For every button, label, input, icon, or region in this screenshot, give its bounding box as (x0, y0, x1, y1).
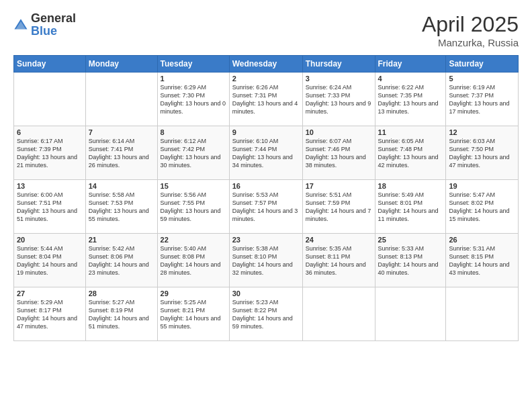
calendar-cell: 28Sunrise: 5:27 AM Sunset: 8:19 PM Dayli… (85, 287, 157, 341)
logo: General Blue (13, 12, 76, 38)
day-info: Sunrise: 6:14 AM Sunset: 7:41 PM Dayligh… (89, 137, 154, 170)
calendar-cell: 5Sunrise: 6:19 AM Sunset: 7:37 PM Daylig… (446, 73, 519, 126)
day-info: Sunrise: 5:29 AM Sunset: 8:17 PM Dayligh… (17, 298, 83, 331)
calendar-week-row: 20Sunrise: 5:44 AM Sunset: 8:04 PM Dayli… (14, 234, 519, 287)
header: General Blue April 2025 Manzurka, Russia (13, 12, 519, 48)
day-info: Sunrise: 6:29 AM Sunset: 7:30 PM Dayligh… (161, 83, 226, 116)
calendar-cell: 10Sunrise: 6:07 AM Sunset: 7:46 PM Dayli… (302, 126, 375, 180)
calendar-cell: 22Sunrise: 5:40 AM Sunset: 8:08 PM Dayli… (157, 234, 229, 287)
day-info: Sunrise: 5:58 AM Sunset: 7:53 PM Dayligh… (89, 191, 154, 224)
col-header-saturday: Saturday (446, 56, 519, 73)
day-number: 4 (378, 75, 443, 83)
calendar-cell (375, 287, 446, 341)
calendar-cell: 15Sunrise: 5:56 AM Sunset: 7:55 PM Dayli… (157, 180, 229, 234)
day-number: 21 (89, 236, 154, 244)
calendar-cell: 8Sunrise: 6:12 AM Sunset: 7:42 PM Daylig… (157, 126, 229, 180)
day-info: Sunrise: 6:19 AM Sunset: 7:37 PM Dayligh… (449, 83, 515, 116)
day-number: 10 (306, 128, 372, 136)
calendar-cell: 11Sunrise: 6:05 AM Sunset: 7:48 PM Dayli… (375, 126, 446, 180)
day-info: Sunrise: 5:42 AM Sunset: 8:06 PM Dayligh… (89, 244, 154, 277)
day-number: 19 (449, 182, 515, 190)
day-info: Sunrise: 6:10 AM Sunset: 7:44 PM Dayligh… (232, 137, 300, 170)
day-number: 13 (17, 182, 83, 190)
day-number: 15 (161, 182, 226, 190)
logo-icon (13, 17, 28, 32)
day-number: 26 (449, 236, 515, 244)
day-info: Sunrise: 5:56 AM Sunset: 7:55 PM Dayligh… (161, 191, 226, 224)
calendar-cell: 26Sunrise: 5:31 AM Sunset: 8:15 PM Dayli… (446, 234, 519, 287)
col-header-thursday: Thursday (302, 56, 375, 73)
calendar-cell (14, 73, 86, 126)
calendar-cell (85, 73, 157, 126)
calendar-cell: 3Sunrise: 6:24 AM Sunset: 7:33 PM Daylig… (302, 73, 375, 126)
day-number: 8 (161, 128, 226, 136)
calendar-cell: 1Sunrise: 6:29 AM Sunset: 7:30 PM Daylig… (157, 73, 229, 126)
day-info: Sunrise: 6:03 AM Sunset: 7:50 PM Dayligh… (449, 137, 515, 170)
day-number: 7 (89, 128, 154, 136)
calendar-cell: 13Sunrise: 6:00 AM Sunset: 7:51 PM Dayli… (14, 180, 86, 234)
col-header-monday: Monday (85, 56, 157, 73)
calendar-cell: 19Sunrise: 5:47 AM Sunset: 8:02 PM Dayli… (446, 180, 519, 234)
day-number: 17 (306, 182, 372, 190)
calendar-header-row: SundayMondayTuesdayWednesdayThursdayFrid… (14, 56, 519, 73)
calendar-cell (446, 287, 519, 341)
day-info: Sunrise: 5:53 AM Sunset: 7:57 PM Dayligh… (232, 191, 300, 224)
day-info: Sunrise: 6:05 AM Sunset: 7:48 PM Dayligh… (378, 137, 443, 170)
day-number: 11 (378, 128, 443, 136)
day-info: Sunrise: 6:26 AM Sunset: 7:31 PM Dayligh… (232, 83, 300, 116)
calendar-cell: 17Sunrise: 5:51 AM Sunset: 7:59 PM Dayli… (302, 180, 375, 234)
calendar-location: Manzurka, Russia (422, 37, 519, 48)
day-number: 28 (89, 289, 154, 298)
day-info: Sunrise: 5:40 AM Sunset: 8:08 PM Dayligh… (161, 244, 226, 277)
calendar-cell: 30Sunrise: 5:23 AM Sunset: 8:22 PM Dayli… (229, 287, 302, 341)
logo-general: General (31, 11, 76, 25)
day-info: Sunrise: 6:24 AM Sunset: 7:33 PM Dayligh… (306, 83, 372, 116)
col-header-wednesday: Wednesday (229, 56, 302, 73)
day-info: Sunrise: 6:12 AM Sunset: 7:42 PM Dayligh… (161, 137, 226, 170)
calendar-week-row: 1Sunrise: 6:29 AM Sunset: 7:30 PM Daylig… (14, 73, 519, 126)
calendar-cell: 7Sunrise: 6:14 AM Sunset: 7:41 PM Daylig… (85, 126, 157, 180)
day-info: Sunrise: 5:33 AM Sunset: 8:13 PM Dayligh… (378, 244, 443, 277)
day-number: 12 (449, 128, 515, 136)
calendar-cell (302, 287, 375, 341)
calendar-cell: 23Sunrise: 5:38 AM Sunset: 8:10 PM Dayli… (229, 234, 302, 287)
calendar-table: SundayMondayTuesdayWednesdayThursdayFrid… (13, 55, 519, 341)
logo-blue: Blue (31, 24, 57, 38)
day-number: 23 (232, 236, 300, 244)
calendar-cell: 14Sunrise: 5:58 AM Sunset: 7:53 PM Dayli… (85, 180, 157, 234)
calendar-cell: 12Sunrise: 6:03 AM Sunset: 7:50 PM Dayli… (446, 126, 519, 180)
day-number: 20 (17, 236, 83, 244)
day-info: Sunrise: 5:38 AM Sunset: 8:10 PM Dayligh… (232, 244, 300, 277)
calendar-week-row: 27Sunrise: 5:29 AM Sunset: 8:17 PM Dayli… (14, 287, 519, 341)
calendar-cell: 6Sunrise: 6:17 AM Sunset: 7:39 PM Daylig… (14, 126, 86, 180)
col-header-friday: Friday (375, 56, 446, 73)
day-number: 3 (306, 75, 372, 83)
calendar-cell: 27Sunrise: 5:29 AM Sunset: 8:17 PM Dayli… (14, 287, 86, 341)
calendar-cell: 24Sunrise: 5:35 AM Sunset: 8:11 PM Dayli… (302, 234, 375, 287)
calendar-cell: 2Sunrise: 6:26 AM Sunset: 7:31 PM Daylig… (229, 73, 302, 126)
day-number: 18 (378, 182, 443, 190)
calendar-cell: 21Sunrise: 5:42 AM Sunset: 8:06 PM Dayli… (85, 234, 157, 287)
day-number: 5 (449, 75, 515, 83)
calendar-cell: 20Sunrise: 5:44 AM Sunset: 8:04 PM Dayli… (14, 234, 86, 287)
day-info: Sunrise: 5:47 AM Sunset: 8:02 PM Dayligh… (449, 191, 515, 224)
col-header-sunday: Sunday (14, 56, 86, 73)
title-block: April 2025 Manzurka, Russia (422, 12, 519, 48)
day-info: Sunrise: 5:49 AM Sunset: 8:01 PM Dayligh… (378, 191, 443, 224)
day-number: 22 (161, 236, 226, 244)
day-number: 30 (232, 289, 300, 298)
day-info: Sunrise: 5:35 AM Sunset: 8:11 PM Dayligh… (306, 244, 372, 277)
page: General Blue April 2025 Manzurka, Russia… (0, 0, 532, 411)
day-info: Sunrise: 5:31 AM Sunset: 8:15 PM Dayligh… (449, 244, 515, 277)
day-info: Sunrise: 5:44 AM Sunset: 8:04 PM Dayligh… (17, 244, 83, 277)
day-info: Sunrise: 5:25 AM Sunset: 8:21 PM Dayligh… (161, 298, 226, 331)
day-number: 2 (232, 75, 300, 83)
day-number: 27 (17, 289, 83, 298)
day-info: Sunrise: 5:23 AM Sunset: 8:22 PM Dayligh… (232, 298, 300, 331)
day-number: 29 (161, 289, 226, 298)
day-number: 9 (232, 128, 300, 136)
calendar-cell: 25Sunrise: 5:33 AM Sunset: 8:13 PM Dayli… (375, 234, 446, 287)
calendar-title: April 2025 (422, 12, 519, 37)
col-header-tuesday: Tuesday (157, 56, 229, 73)
day-number: 14 (89, 182, 154, 190)
